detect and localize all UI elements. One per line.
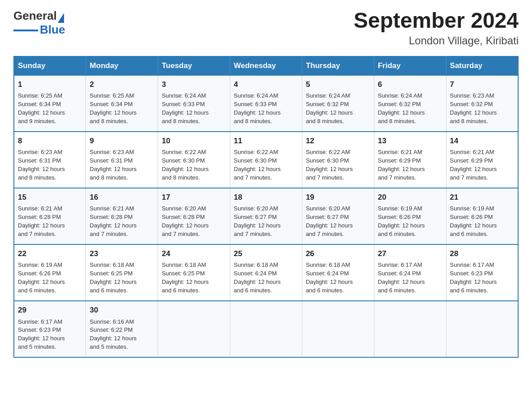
day-cell: 3Sunrise: 6:24 AMSunset: 6:33 PMDaylight… (158, 75, 230, 132)
day-cell: 30Sunrise: 6:16 AMSunset: 6:22 PMDayligh… (86, 301, 158, 357)
day-cell: 7Sunrise: 6:23 AMSunset: 6:32 PMDaylight… (446, 75, 518, 132)
day-cell: 22Sunrise: 6:19 AMSunset: 6:26 PMDayligh… (14, 244, 86, 301)
logo-text-general: General (13, 9, 57, 23)
header-day-saturday: Saturday (446, 56, 518, 75)
day-number: 15 (18, 192, 82, 203)
day-info: Sunrise: 6:24 AMSunset: 6:33 PMDaylight:… (234, 92, 298, 125)
day-number: 22 (18, 248, 82, 260)
day-cell: 16Sunrise: 6:21 AMSunset: 6:28 PMDayligh… (86, 188, 158, 244)
day-cell: 4Sunrise: 6:24 AMSunset: 6:33 PMDaylight… (230, 75, 302, 132)
week-row-5: 29Sunrise: 6:17 AMSunset: 6:23 PMDayligh… (14, 301, 518, 357)
day-info: Sunrise: 6:24 AMSunset: 6:32 PMDaylight:… (306, 92, 370, 125)
header-day-thursday: Thursday (302, 56, 374, 75)
day-cell: 12Sunrise: 6:22 AMSunset: 6:30 PMDayligh… (302, 132, 374, 188)
day-cell: 5Sunrise: 6:24 AMSunset: 6:32 PMDaylight… (302, 75, 374, 132)
logo-text-blue: Blue (40, 23, 65, 37)
week-row-1: 1Sunrise: 6:25 AMSunset: 6:34 PMDaylight… (14, 75, 518, 132)
day-info: Sunrise: 6:17 AMSunset: 6:23 PMDaylight:… (18, 318, 82, 351)
day-number: 27 (378, 248, 442, 260)
day-number: 6 (378, 79, 442, 90)
day-cell: 13Sunrise: 6:21 AMSunset: 6:29 PMDayligh… (374, 132, 446, 188)
day-number: 28 (450, 248, 514, 260)
page-header: General Blue September 2024 London Villa… (13, 9, 519, 47)
day-cell: 26Sunrise: 6:18 AMSunset: 6:24 PMDayligh… (302, 244, 374, 301)
day-info: Sunrise: 6:24 AMSunset: 6:32 PMDaylight:… (378, 92, 442, 125)
logo: General Blue (13, 9, 65, 37)
day-cell: 19Sunrise: 6:20 AMSunset: 6:27 PMDayligh… (302, 188, 374, 244)
day-info: Sunrise: 6:20 AMSunset: 6:27 PMDaylight:… (306, 205, 370, 238)
day-number: 5 (306, 79, 370, 90)
day-info: Sunrise: 6:22 AMSunset: 6:30 PMDaylight:… (306, 148, 370, 182)
day-number: 25 (234, 248, 298, 260)
logo-line (13, 30, 38, 31)
week-row-3: 15Sunrise: 6:21 AMSunset: 6:28 PMDayligh… (14, 188, 518, 244)
calendar-table: SundayMondayTuesdayWednesdayThursdayFrid… (13, 56, 519, 358)
day-info: Sunrise: 6:21 AMSunset: 6:29 PMDaylight:… (450, 148, 514, 182)
day-cell: 11Sunrise: 6:22 AMSunset: 6:30 PMDayligh… (230, 132, 302, 188)
day-cell (158, 301, 230, 357)
header-row: SundayMondayTuesdayWednesdayThursdayFrid… (14, 56, 518, 75)
day-number: 1 (18, 79, 82, 90)
day-number: 17 (162, 192, 226, 203)
day-cell (302, 301, 374, 357)
header-day-wednesday: Wednesday (230, 56, 302, 75)
day-cell: 18Sunrise: 6:20 AMSunset: 6:27 PMDayligh… (230, 188, 302, 244)
day-info: Sunrise: 6:18 AMSunset: 6:24 PMDaylight:… (234, 261, 298, 295)
day-number: 23 (90, 248, 154, 260)
day-cell: 29Sunrise: 6:17 AMSunset: 6:23 PMDayligh… (14, 301, 86, 357)
day-cell: 1Sunrise: 6:25 AMSunset: 6:34 PMDaylight… (14, 75, 86, 132)
day-info: Sunrise: 6:19 AMSunset: 6:26 PMDaylight:… (378, 205, 442, 238)
day-number: 26 (306, 248, 370, 260)
day-cell (446, 301, 518, 357)
day-number: 19 (306, 192, 370, 203)
day-info: Sunrise: 6:25 AMSunset: 6:34 PMDaylight:… (18, 92, 82, 125)
day-number: 20 (378, 192, 442, 203)
calendar-subtitle: London Village, Kiribati (354, 34, 519, 47)
calendar-title: September 2024 (354, 9, 519, 33)
day-info: Sunrise: 6:23 AMSunset: 6:31 PMDaylight:… (18, 148, 82, 182)
week-row-2: 8Sunrise: 6:23 AMSunset: 6:31 PMDaylight… (14, 132, 518, 188)
day-info: Sunrise: 6:23 AMSunset: 6:32 PMDaylight:… (450, 92, 514, 125)
title-block: September 2024 London Village, Kiribati (354, 9, 519, 47)
day-number: 9 (90, 136, 154, 147)
day-cell: 28Sunrise: 6:17 AMSunset: 6:23 PMDayligh… (446, 244, 518, 301)
day-number: 2 (90, 79, 154, 90)
day-info: Sunrise: 6:19 AMSunset: 6:26 PMDaylight:… (450, 205, 514, 238)
header-day-tuesday: Tuesday (158, 56, 230, 75)
day-cell: 15Sunrise: 6:21 AMSunset: 6:28 PMDayligh… (14, 188, 86, 244)
day-cell: 24Sunrise: 6:18 AMSunset: 6:25 PMDayligh… (158, 244, 230, 301)
day-cell: 9Sunrise: 6:23 AMSunset: 6:31 PMDaylight… (86, 132, 158, 188)
day-number: 8 (18, 136, 82, 147)
day-info: Sunrise: 6:21 AMSunset: 6:29 PMDaylight:… (378, 148, 442, 182)
day-cell (230, 301, 302, 357)
day-number: 24 (162, 248, 226, 260)
day-number: 10 (162, 136, 226, 147)
day-number: 3 (162, 79, 226, 90)
week-row-4: 22Sunrise: 6:19 AMSunset: 6:26 PMDayligh… (14, 244, 518, 301)
day-info: Sunrise: 6:21 AMSunset: 6:28 PMDaylight:… (18, 205, 82, 238)
day-cell: 10Sunrise: 6:22 AMSunset: 6:30 PMDayligh… (158, 132, 230, 188)
day-cell: 20Sunrise: 6:19 AMSunset: 6:26 PMDayligh… (374, 188, 446, 244)
header-day-sunday: Sunday (14, 56, 86, 75)
day-info: Sunrise: 6:18 AMSunset: 6:25 PMDaylight:… (162, 261, 226, 295)
day-cell: 14Sunrise: 6:21 AMSunset: 6:29 PMDayligh… (446, 132, 518, 188)
day-info: Sunrise: 6:22 AMSunset: 6:30 PMDaylight:… (162, 148, 226, 182)
day-info: Sunrise: 6:25 AMSunset: 6:34 PMDaylight:… (90, 92, 154, 125)
day-info: Sunrise: 6:18 AMSunset: 6:25 PMDaylight:… (90, 261, 154, 295)
day-info: Sunrise: 6:17 AMSunset: 6:24 PMDaylight:… (378, 261, 442, 295)
day-cell: 8Sunrise: 6:23 AMSunset: 6:31 PMDaylight… (14, 132, 86, 188)
day-number: 14 (450, 136, 514, 147)
day-info: Sunrise: 6:20 AMSunset: 6:28 PMDaylight:… (162, 205, 226, 238)
day-info: Sunrise: 6:22 AMSunset: 6:30 PMDaylight:… (234, 148, 298, 182)
day-cell (374, 301, 446, 357)
day-number: 4 (234, 79, 298, 90)
day-number: 13 (378, 136, 442, 147)
day-number: 29 (18, 305, 82, 316)
day-cell: 6Sunrise: 6:24 AMSunset: 6:32 PMDaylight… (374, 75, 446, 132)
day-info: Sunrise: 6:18 AMSunset: 6:24 PMDaylight:… (306, 261, 370, 295)
day-cell: 17Sunrise: 6:20 AMSunset: 6:28 PMDayligh… (158, 188, 230, 244)
day-info: Sunrise: 6:21 AMSunset: 6:28 PMDaylight:… (90, 205, 154, 238)
day-info: Sunrise: 6:23 AMSunset: 6:31 PMDaylight:… (90, 148, 154, 182)
day-cell: 21Sunrise: 6:19 AMSunset: 6:26 PMDayligh… (446, 188, 518, 244)
day-cell: 25Sunrise: 6:18 AMSunset: 6:24 PMDayligh… (230, 244, 302, 301)
